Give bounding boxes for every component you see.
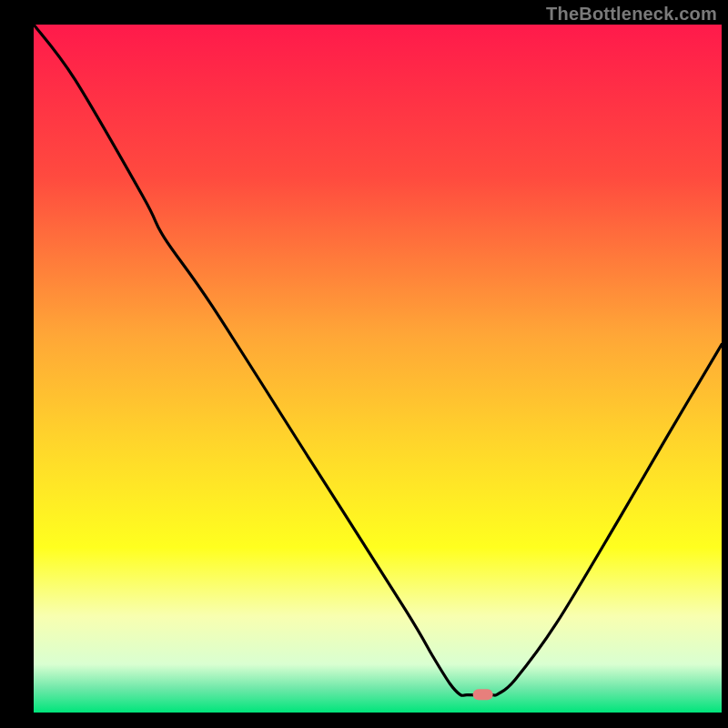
plot-area: [34, 25, 722, 713]
chart-svg: [34, 25, 722, 713]
chart-container: TheBottleneck.com: [0, 0, 728, 728]
gradient-background: [34, 25, 722, 713]
watermark-text: TheBottleneck.com: [546, 4, 717, 25]
optimal-marker: [473, 689, 493, 700]
